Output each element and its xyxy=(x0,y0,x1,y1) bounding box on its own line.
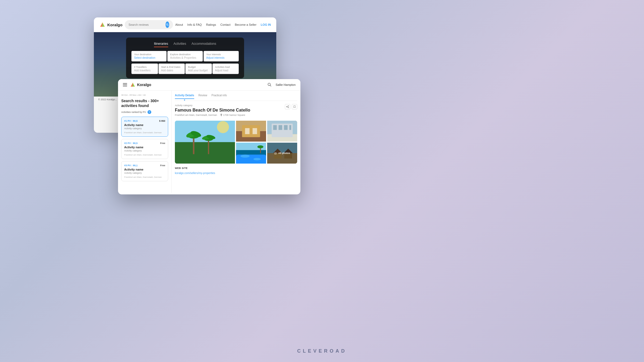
activity-card-3[interactable]: #3 PV : 90,1 Free Activity name Activity… xyxy=(121,161,168,181)
card-1-category: Activity category xyxy=(124,127,165,130)
activity-location: Frankfurt am Main, Darmstadt, German xyxy=(175,114,217,116)
activity-card-1[interactable]: #1 PV : 90,5 $ 950 Activity name Activit… xyxy=(121,117,168,137)
hero-tab-activities[interactable]: Activities xyxy=(174,42,186,47)
svg-point-42 xyxy=(253,158,261,160)
load-field[interactable]: Activities load Adjust load xyxy=(212,64,239,74)
results-title: Search results - 300+ activities found xyxy=(121,98,168,108)
tab-activity-details[interactable]: Activity Details xyxy=(175,94,194,101)
fg-search-icon[interactable] xyxy=(267,83,272,87)
photo-pool[interactable] xyxy=(236,143,266,164)
fg-user-name[interactable]: Sallie Hampton xyxy=(275,83,296,86)
bg-search-bar[interactable] xyxy=(125,20,173,29)
detail-actions xyxy=(285,104,297,109)
fg-header-left: Koralgo xyxy=(123,82,151,88)
activity-meta: Frankfurt am Main, Darmstadt, German 170… xyxy=(175,114,250,116)
svg-line-4 xyxy=(168,25,169,26)
hamburger-menu[interactable] xyxy=(123,83,127,86)
website-label: WEB SITE xyxy=(175,167,297,169)
svg-point-44 xyxy=(257,145,263,148)
tab-review[interactable]: Review xyxy=(198,94,207,101)
destination-value: Select destination xyxy=(134,56,164,59)
budget-field[interactable]: Budget Add your budget xyxy=(185,64,212,74)
all-photos-overlay[interactable]: All photos xyxy=(267,143,297,164)
photo-grid: All photos xyxy=(175,121,297,164)
svg-rect-18 xyxy=(193,136,194,154)
svg-rect-40 xyxy=(236,155,266,164)
bg-nav-seller[interactable]: Become a Seller xyxy=(235,23,256,26)
hero-tab-accommodations[interactable]: Accommodations xyxy=(192,42,216,47)
breadcrumb: 30 Oct - 05 Nov • 2A + 1K xyxy=(121,94,168,96)
svg-point-8 xyxy=(268,83,270,86)
card-2-top: #2 PV : 90,5 Free xyxy=(124,142,165,145)
share-button[interactable] xyxy=(285,104,290,109)
photo-resort[interactable] xyxy=(236,121,266,142)
fg-header-right: Sallie Hampton xyxy=(267,83,296,87)
hero-tabs: Itineraries Activities Accommodations xyxy=(131,42,239,47)
svg-point-41 xyxy=(241,155,250,158)
card-3-category: Activity category xyxy=(124,172,165,174)
card-2-category: Activity category xyxy=(124,149,165,152)
travellers-value: Add travellers xyxy=(134,69,155,72)
load-value: Adjust load xyxy=(215,69,236,72)
hero-fields-row1: Your destination Select destination Expl… xyxy=(131,51,239,61)
svg-rect-35 xyxy=(279,125,282,130)
svg-rect-29 xyxy=(245,128,250,134)
interests-field[interactable]: Your interests Adjust interests xyxy=(204,51,239,61)
bg-login-button[interactable]: LOG IN xyxy=(261,23,271,26)
svg-rect-37 xyxy=(289,125,291,130)
bookmark-button[interactable] xyxy=(292,104,297,109)
all-photos-label: All photos xyxy=(274,152,290,155)
foreground-window: Koralgo Sallie Hampton 30 Oct - 05 Nov •… xyxy=(118,79,300,194)
card-2-price: Free xyxy=(160,142,165,145)
sort-bar: Activities ranked by PV xyxy=(121,110,168,114)
svg-rect-30 xyxy=(253,128,257,134)
svg-point-52 xyxy=(275,153,276,154)
svg-line-9 xyxy=(270,85,271,86)
svg-rect-51 xyxy=(274,153,277,154)
card-3-location: Frankfurt am Main, Darmstadt, German xyxy=(124,176,165,178)
explore-value: Activities & Properties xyxy=(170,56,200,59)
photo-building[interactable] xyxy=(267,121,297,142)
destination-label: Your destination xyxy=(134,53,164,56)
card-2-location: Frankfurt am Main, Darmstadt, German xyxy=(124,154,165,156)
bg-search-input[interactable] xyxy=(128,23,163,26)
dates-field[interactable]: Start & End Dates Add dates xyxy=(159,64,185,74)
budget-label: Budget xyxy=(188,66,209,68)
activity-card-2[interactable]: #2 PV : 90,5 Free Activity name Activity… xyxy=(121,139,168,159)
card-1-rank: #1 PV : 90,5 xyxy=(124,120,138,122)
photo-allphotos[interactable]: All photos xyxy=(267,143,297,164)
svg-rect-36 xyxy=(284,125,288,130)
travellers-label: # Travellers xyxy=(134,66,155,68)
hero-tab-itineraries[interactable]: Itineraries xyxy=(154,42,168,47)
destination-field[interactable]: Your destination Select destination xyxy=(131,51,167,61)
card-3-top: #3 PV : 90,1 Free xyxy=(124,164,165,167)
svg-rect-28 xyxy=(242,125,260,137)
card-3-rank: #3 PV : 90,1 xyxy=(124,164,138,167)
bg-nav: About Info & FAQ Ratings Contact Become … xyxy=(175,23,271,26)
fg-koralgo-logo-icon xyxy=(130,82,136,88)
card-3-price: Free xyxy=(160,164,165,167)
website-link[interactable]: koralgo.com/sellers/my-properties xyxy=(175,172,215,175)
bg-search-button[interactable] xyxy=(165,21,169,28)
bg-nav-contact[interactable]: Contact xyxy=(220,23,230,26)
fg-logo-name: Koralgo xyxy=(137,83,151,87)
travellers-field[interactable]: # Travellers Add travellers xyxy=(131,64,158,74)
explore-label: Explore destination xyxy=(170,53,200,56)
bg-nav-faq[interactable]: Info & FAQ xyxy=(187,23,202,26)
tab-practical-info[interactable]: Practical info xyxy=(212,94,227,101)
detail-tabs: Activity Details Review Practical info xyxy=(175,94,297,101)
hero-search-panel: Itineraries Activities Accommodations Yo… xyxy=(126,38,244,78)
bg-nav-about[interactable]: About xyxy=(175,23,183,26)
photo-main[interactable] xyxy=(175,121,235,164)
sort-label: Activities ranked by PV xyxy=(121,111,146,113)
activity-address: 1708 Samoz Square xyxy=(220,114,245,116)
bg-nav-ratings[interactable]: Ratings xyxy=(206,23,216,26)
sort-filter-icon[interactable] xyxy=(148,110,151,114)
explore-field[interactable]: Explore destination Activities & Propert… xyxy=(167,51,203,61)
card-1-name: Activity name xyxy=(124,123,165,127)
bg-header: Koralgo About Info & FAQ Ratings Contact… xyxy=(94,17,276,32)
card-3-name: Activity name xyxy=(124,168,165,171)
card-1-top: #1 PV : 90,5 $ 950 xyxy=(124,120,165,122)
svg-rect-22 xyxy=(208,139,209,154)
bg-logo-area: Koralgo xyxy=(99,21,123,28)
